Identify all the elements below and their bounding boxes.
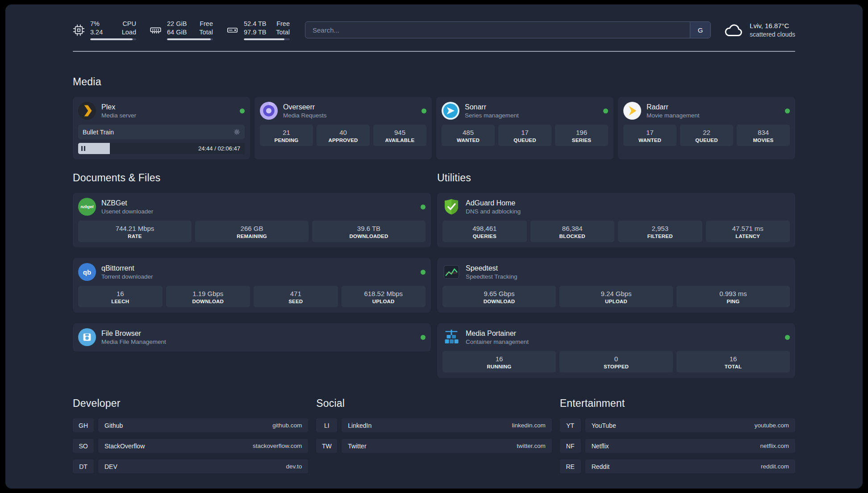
bookmark-link[interactable]: LinkedIn linkedin.com	[342, 418, 551, 432]
stat-label: BLOCKED	[532, 234, 613, 239]
gear-icon[interactable]	[234, 129, 240, 135]
overseerr-icon	[260, 102, 278, 120]
stat-value: 498,461	[444, 224, 525, 233]
stat-value: 16	[80, 289, 161, 298]
stat-label: DOWNLOADED	[314, 234, 424, 239]
stat-tile: 618.52 Mbps UPLOAD	[342, 286, 426, 307]
search-input[interactable]	[305, 22, 690, 38]
utilities-section-title: Utilities	[437, 172, 795, 184]
app-desc: Series management	[465, 112, 519, 119]
bookmarks-section: Developer GH Github github.com SO StackO…	[73, 397, 795, 480]
bookmark-link[interactable]: DEV dev.to	[98, 460, 308, 473]
stat-tile: 16 TOTAL	[676, 351, 790, 372]
bookmark-abbr[interactable]: SO	[73, 439, 94, 453]
stat-value: 471	[255, 289, 336, 298]
sonarr-icon	[442, 102, 459, 120]
app-card-qbittorrent[interactable]: qb qBittorrent Torrent downloader 16	[73, 258, 431, 313]
bookmark-row-netflix: NF Netflix netflix.com	[560, 439, 795, 453]
documents-column: Documents & Files nzbget NZBGet Usenet d…	[73, 172, 431, 378]
stat-value: 618.52 Mbps	[343, 289, 424, 298]
app-desc: DNS and adblocking	[466, 208, 521, 215]
media-grid: Plex Media server Bullet Train	[73, 97, 795, 159]
bookmark-abbr[interactable]: DT	[73, 460, 94, 473]
app-card-adguard[interactable]: AdGuard Home DNS and adblocking 498,461 …	[437, 193, 795, 247]
stat-label: MOVIES	[739, 138, 788, 143]
stat-tile: 17 WANTED	[623, 125, 676, 146]
status-dot	[785, 109, 790, 113]
bookmark-abbr[interactable]: TW	[316, 439, 337, 453]
app-name: Radarr	[647, 103, 700, 111]
app-card-speedtest[interactable]: Speedtest Speedtest Tracking 9.65 Gbps D…	[437, 258, 795, 313]
bookmark-link[interactable]: Netflix netflix.com	[585, 439, 795, 453]
bookmark-abbr[interactable]: GH	[73, 418, 94, 432]
bookmark-url: netflix.com	[760, 443, 789, 449]
documents-section-title: Documents & Files	[73, 172, 431, 184]
bookmark-link[interactable]: YouTube youtube.com	[585, 418, 795, 432]
bookmark-row-dev: DT DEV dev.to	[73, 460, 308, 473]
stat-tile: 266 GB REMAINING	[195, 221, 309, 242]
app-desc: Movie management	[647, 112, 700, 119]
bookmark-row-github: GH Github github.com	[73, 418, 308, 432]
bookmark-url: youtube.com	[755, 422, 789, 429]
bookmarks-social: Social LI LinkedIn linkedin.com TW Twitt…	[316, 397, 551, 480]
disk-free-value: 52.4 TB	[244, 20, 267, 28]
stat-value: 9.24 Gbps	[561, 289, 671, 298]
ram-total-label: Total	[199, 28, 213, 37]
system-widgets: 7% CPU 3.24 Load	[73, 20, 290, 40]
stat-value: 86,384	[532, 224, 613, 233]
stat-label: WANTED	[625, 138, 675, 143]
disk-widget: 52.4 TB Free 97.9 TB Total	[226, 20, 290, 40]
weather-location: Lviv, 16.87°C	[750, 21, 795, 30]
bookmark-abbr[interactable]: YT	[560, 418, 581, 432]
app-desc: Speedtest Tracking	[466, 273, 517, 280]
filebrowser-icon	[78, 328, 96, 346]
now-playing-row: Bullet Train	[78, 125, 245, 139]
stat-label: SEED	[255, 299, 336, 304]
stat-tile: 16 RUNNING	[442, 351, 556, 372]
app-card-filebrowser[interactable]: File Browser Media File Management	[73, 323, 431, 351]
status-dot	[421, 109, 426, 113]
stat-tile: 16 LEECH	[78, 286, 163, 307]
bookmark-row-youtube: YT YouTube youtube.com	[560, 418, 795, 432]
app-desc: Usenet downloader	[101, 208, 153, 215]
playback-progress-bar[interactable]: 24:44 / 02:06:47	[78, 143, 245, 154]
bookmark-link[interactable]: Github github.com	[98, 418, 308, 432]
bookmarks-entertainment: Entertainment YT YouTube youtube.com NF …	[560, 397, 795, 480]
header-divider	[73, 51, 795, 52]
app-card-radarr[interactable]: Radarr Movie management 17 WANTED 22 QUE…	[618, 97, 795, 159]
bookmark-abbr[interactable]: NF	[560, 439, 581, 453]
app-card-sonarr[interactable]: Sonarr Series management 485 WANTED 17 Q…	[436, 97, 613, 159]
developer-section-title: Developer	[73, 397, 308, 409]
pause-icon[interactable]	[81, 146, 85, 151]
app-desc: Torrent downloader	[101, 273, 153, 280]
bookmark-name: StackOverflow	[104, 443, 145, 450]
cpu-usage-value: 7%	[90, 20, 100, 28]
bookmark-link[interactable]: StackOverflow stackoverflow.com	[98, 439, 308, 453]
app-name: Sonarr	[465, 103, 519, 111]
stat-tile: 40 APPROVED	[317, 125, 370, 146]
bookmark-abbr[interactable]: LI	[316, 418, 337, 432]
bookmark-link[interactable]: Reddit reddit.com	[585, 460, 795, 473]
search-engine-button[interactable]: G	[690, 22, 710, 38]
stat-tile: 2,953 FILTERED	[618, 221, 702, 242]
app-name: AdGuard Home	[466, 199, 521, 207]
status-dot	[240, 109, 245, 113]
stat-value: 22	[682, 128, 731, 137]
bookmark-link[interactable]: Twitter twitter.com	[342, 439, 551, 453]
stat-tile: 196 SERIES	[555, 125, 608, 146]
adguard-icon	[442, 198, 460, 216]
stat-label: REMAINING	[197, 234, 307, 239]
status-dot	[421, 335, 426, 340]
stat-label: APPROVED	[318, 138, 368, 143]
bookmark-url: github.com	[272, 422, 302, 429]
bookmark-abbr[interactable]: RE	[560, 460, 581, 473]
app-card-plex[interactable]: Plex Media server Bullet Train	[73, 97, 250, 159]
top-bar: 7% CPU 3.24 Load	[73, 4, 795, 40]
app-card-portainer[interactable]: Media Portainer Container management 16 …	[437, 323, 795, 378]
cpu-load-label: Load	[122, 28, 136, 37]
stat-label: QUEUED	[682, 138, 731, 143]
stat-label: RUNNING	[444, 364, 554, 369]
app-card-nzbget[interactable]: nzbget NZBGet Usenet downloader 744.21 M…	[73, 193, 431, 247]
stat-value: 21	[262, 128, 311, 137]
app-card-overseerr[interactable]: Overseerr Media Requests 21 PENDING 40 A…	[255, 97, 432, 159]
